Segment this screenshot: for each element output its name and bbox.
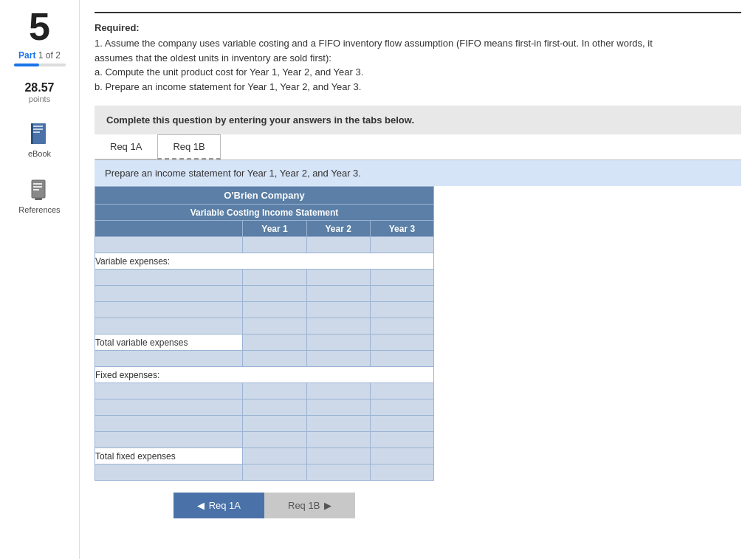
contribution-year1-cell[interactable] xyxy=(243,351,306,367)
fixed-exp3-year3-input[interactable] xyxy=(371,416,433,431)
var-exp1-year3-cell[interactable] xyxy=(370,270,433,286)
fixed-exp3-year2-cell[interactable] xyxy=(306,416,370,432)
sales-label-cell[interactable] xyxy=(95,237,243,253)
total-var-year2-input[interactable] xyxy=(307,335,370,350)
net-income-year1-cell[interactable] xyxy=(243,464,306,481)
total-fixed-year3-cell[interactable] xyxy=(370,448,433,464)
fixed-exp2-label-cell[interactable] xyxy=(95,399,243,416)
fixed-exp2-year3-input[interactable] xyxy=(371,399,433,415)
fixed-exp4-year1-cell[interactable] xyxy=(243,432,306,448)
net-income-label-input[interactable] xyxy=(95,464,242,480)
var-exp3-year2-cell[interactable] xyxy=(306,302,370,318)
fixed-exp1-year2-input[interactable] xyxy=(307,383,370,399)
fixed-exp2-year1-input[interactable] xyxy=(243,399,306,415)
var-exp1-year1-cell[interactable] xyxy=(243,270,306,286)
sales-year1-input[interactable] xyxy=(243,237,306,253)
fixed-exp1-year1-input[interactable] xyxy=(243,383,306,399)
tab-req1b[interactable]: Req 1B xyxy=(157,134,220,160)
var-exp1-year1-input[interactable] xyxy=(243,270,306,285)
sales-year1-cell[interactable] xyxy=(243,237,306,253)
tab-req1a[interactable]: Req 1A xyxy=(94,134,157,160)
var-exp4-label-input[interactable] xyxy=(95,318,242,334)
contribution-year2-input[interactable] xyxy=(307,351,370,366)
var-exp1-label-cell[interactable] xyxy=(95,270,243,286)
var-exp3-label-cell[interactable] xyxy=(95,302,243,318)
var-exp2-label-input[interactable] xyxy=(95,286,242,301)
var-exp2-year2-cell[interactable] xyxy=(306,286,370,302)
total-var-year2-cell[interactable] xyxy=(306,335,370,351)
fixed-exp4-year1-input[interactable] xyxy=(243,432,306,447)
var-exp3-year3-cell[interactable] xyxy=(370,302,433,318)
fixed-exp4-year3-input[interactable] xyxy=(371,432,433,447)
var-exp2-year1-cell[interactable] xyxy=(243,286,306,302)
fixed-exp3-label-cell[interactable] xyxy=(95,416,243,432)
fixed-exp2-year2-cell[interactable] xyxy=(306,399,370,416)
references-button[interactable]: References xyxy=(14,174,64,219)
sales-year3-cell[interactable] xyxy=(370,237,433,253)
fixed-exp2-year1-cell[interactable] xyxy=(243,399,306,416)
total-fixed-year3-input[interactable] xyxy=(371,448,433,464)
fixed-exp2-year3-cell[interactable] xyxy=(370,399,433,416)
ebook-button[interactable]: eBook xyxy=(24,118,55,162)
fixed-exp1-label-input[interactable] xyxy=(95,383,242,399)
sales-year3-input[interactable] xyxy=(371,237,433,253)
var-exp2-label-cell[interactable] xyxy=(95,286,243,302)
contribution-year3-cell[interactable] xyxy=(370,351,433,367)
var-exp4-year2-cell[interactable] xyxy=(306,318,370,335)
total-var-year1-input[interactable] xyxy=(243,335,306,350)
fixed-exp4-year2-cell[interactable] xyxy=(306,432,370,448)
var-exp1-year2-input[interactable] xyxy=(307,270,370,285)
var-exp4-year2-input[interactable] xyxy=(307,318,370,334)
net-income-year3-input[interactable] xyxy=(371,464,433,480)
fixed-exp3-year2-input[interactable] xyxy=(307,416,370,431)
var-exp1-year3-input[interactable] xyxy=(371,270,433,285)
fixed-exp4-label-cell[interactable] xyxy=(95,432,243,448)
net-income-year1-input[interactable] xyxy=(243,464,306,480)
net-income-label-cell[interactable] xyxy=(95,464,243,481)
contribution-year1-input[interactable] xyxy=(243,351,306,366)
fixed-exp3-year1-input[interactable] xyxy=(243,416,306,431)
total-var-year1-cell[interactable] xyxy=(243,335,306,351)
var-exp2-year3-cell[interactable] xyxy=(370,286,433,302)
var-exp1-year2-cell[interactable] xyxy=(306,270,370,286)
total-fixed-year1-cell[interactable] xyxy=(243,448,306,464)
fixed-exp2-year2-input[interactable] xyxy=(307,399,370,415)
contribution-year2-cell[interactable] xyxy=(306,351,370,367)
var-exp4-label-cell[interactable] xyxy=(95,318,243,335)
prev-button[interactable]: ◀ Req 1A xyxy=(173,493,264,518)
fixed-exp3-year3-cell[interactable] xyxy=(370,416,433,432)
fixed-exp4-year3-cell[interactable] xyxy=(370,432,433,448)
fixed-exp4-year2-input[interactable] xyxy=(307,432,370,447)
contribution-label-cell[interactable] xyxy=(95,351,243,367)
var-exp4-year1-input[interactable] xyxy=(243,318,306,334)
var-exp2-year2-input[interactable] xyxy=(307,286,370,301)
contribution-label-input[interactable] xyxy=(95,351,242,366)
net-income-year2-cell[interactable] xyxy=(306,464,370,481)
fixed-exp3-year1-cell[interactable] xyxy=(243,416,306,432)
next-button[interactable]: Req 1B ▶ xyxy=(264,493,355,518)
total-fixed-year1-input[interactable] xyxy=(243,448,306,464)
var-exp4-year3-cell[interactable] xyxy=(370,318,433,335)
var-exp3-label-input[interactable] xyxy=(95,302,242,318)
var-exp4-year3-input[interactable] xyxy=(371,318,433,334)
net-income-year3-cell[interactable] xyxy=(370,464,433,481)
part-link[interactable]: Part xyxy=(18,50,35,61)
var-exp1-label-input[interactable] xyxy=(95,270,242,285)
total-var-year3-input[interactable] xyxy=(371,335,433,350)
sales-year2-input[interactable] xyxy=(307,237,370,253)
var-exp2-year1-input[interactable] xyxy=(243,286,306,301)
sales-year2-cell[interactable] xyxy=(306,237,370,253)
total-fixed-year2-cell[interactable] xyxy=(306,448,370,464)
total-fixed-year2-input[interactable] xyxy=(307,448,370,464)
fixed-exp3-label-input[interactable] xyxy=(95,416,242,431)
var-exp3-year1-cell[interactable] xyxy=(243,302,306,318)
var-exp3-year1-input[interactable] xyxy=(243,302,306,318)
var-exp3-year3-input[interactable] xyxy=(371,302,433,318)
sales-label-input[interactable] xyxy=(95,237,242,253)
var-exp4-year1-cell[interactable] xyxy=(243,318,306,335)
var-exp2-year3-input[interactable] xyxy=(371,286,433,301)
fixed-exp4-label-input[interactable] xyxy=(95,432,242,447)
fixed-exp1-year3-input[interactable] xyxy=(371,383,433,399)
fixed-exp1-year1-cell[interactable] xyxy=(243,383,306,399)
fixed-exp2-label-input[interactable] xyxy=(95,399,242,415)
